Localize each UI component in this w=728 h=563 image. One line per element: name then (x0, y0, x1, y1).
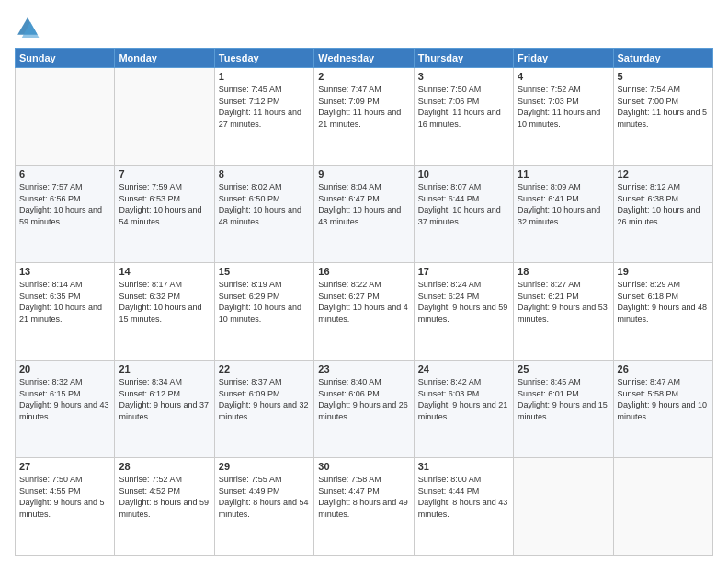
calendar-cell: 3Sunrise: 7:50 AMSunset: 7:06 PMDaylight… (414, 68, 513, 166)
calendar-cell (115, 68, 214, 166)
calendar-cell: 1Sunrise: 7:45 AMSunset: 7:12 PMDaylight… (214, 68, 313, 166)
calendar-cell: 5Sunrise: 7:54 AMSunset: 7:00 PMDaylight… (613, 68, 712, 166)
day-info: Sunrise: 8:24 AMSunset: 6:24 PMDaylight:… (418, 279, 509, 325)
calendar-cell: 27Sunrise: 7:50 AMSunset: 4:55 PMDayligh… (16, 458, 115, 556)
calendar-cell (16, 68, 115, 166)
day-info: Sunrise: 7:52 AMSunset: 4:52 PMDaylight:… (119, 474, 210, 520)
day-number: 22 (219, 363, 310, 374)
day-info: Sunrise: 8:09 AMSunset: 6:41 PMDaylight:… (518, 181, 609, 227)
day-info: Sunrise: 8:14 AMSunset: 6:35 PMDaylight:… (19, 279, 110, 325)
day-number: 5 (618, 71, 709, 82)
day-number: 12 (618, 168, 709, 179)
day-info: Sunrise: 8:22 AMSunset: 6:27 PMDaylight:… (318, 279, 409, 325)
day-number: 7 (119, 168, 210, 179)
day-number: 3 (418, 71, 509, 82)
calendar-cell (514, 458, 613, 556)
calendar-day-header: Wednesday (314, 49, 414, 68)
day-info: Sunrise: 8:42 AMSunset: 6:03 PMDaylight:… (418, 376, 509, 422)
day-info: Sunrise: 8:02 AMSunset: 6:50 PMDaylight:… (219, 181, 310, 227)
calendar-cell: 6Sunrise: 7:57 AMSunset: 6:56 PMDaylight… (16, 166, 115, 263)
calendar-cell: 25Sunrise: 8:45 AMSunset: 6:01 PMDayligh… (514, 361, 613, 458)
day-number: 25 (518, 363, 609, 374)
calendar-cell: 4Sunrise: 7:52 AMSunset: 7:03 PMDaylight… (514, 68, 613, 166)
calendar-cell: 31Sunrise: 8:00 AMSunset: 4:44 PMDayligh… (414, 458, 513, 556)
calendar-week-row: 1Sunrise: 7:45 AMSunset: 7:12 PMDaylight… (16, 68, 713, 166)
day-number: 10 (418, 168, 509, 179)
day-info: Sunrise: 8:32 AMSunset: 6:15 PMDaylight:… (19, 376, 110, 422)
day-info: Sunrise: 8:17 AMSunset: 6:32 PMDaylight:… (119, 279, 210, 325)
logo (15, 15, 44, 40)
calendar-week-row: 20Sunrise: 8:32 AMSunset: 6:15 PMDayligh… (16, 361, 713, 458)
calendar-cell: 28Sunrise: 7:52 AMSunset: 4:52 PMDayligh… (115, 458, 214, 556)
day-number: 31 (418, 461, 509, 472)
day-number: 14 (119, 266, 210, 277)
day-number: 20 (19, 363, 110, 374)
calendar-day-header: Friday (514, 49, 613, 68)
day-number: 8 (219, 168, 310, 179)
day-number: 9 (318, 168, 409, 179)
day-number: 1 (219, 71, 310, 82)
day-info: Sunrise: 7:47 AMSunset: 7:09 PMDaylight:… (318, 84, 409, 130)
calendar-cell: 26Sunrise: 8:47 AMSunset: 5:58 PMDayligh… (613, 361, 712, 458)
day-number: 16 (318, 266, 409, 277)
day-info: Sunrise: 8:19 AMSunset: 6:29 PMDaylight:… (219, 279, 310, 325)
page: SundayMondayTuesdayWednesdayThursdayFrid… (0, 0, 728, 563)
calendar-week-row: 6Sunrise: 7:57 AMSunset: 6:56 PMDaylight… (16, 166, 713, 263)
calendar-week-row: 13Sunrise: 8:14 AMSunset: 6:35 PMDayligh… (16, 263, 713, 361)
calendar-day-header: Monday (115, 49, 214, 68)
day-number: 23 (318, 363, 409, 374)
calendar-cell: 20Sunrise: 8:32 AMSunset: 6:15 PMDayligh… (16, 361, 115, 458)
day-number: 27 (19, 461, 110, 472)
calendar-cell: 29Sunrise: 7:55 AMSunset: 4:49 PMDayligh… (214, 458, 313, 556)
day-info: Sunrise: 7:57 AMSunset: 6:56 PMDaylight:… (19, 181, 110, 227)
day-info: Sunrise: 8:47 AMSunset: 5:58 PMDaylight:… (618, 376, 709, 422)
day-info: Sunrise: 7:50 AMSunset: 7:06 PMDaylight:… (418, 84, 509, 130)
calendar-cell: 19Sunrise: 8:29 AMSunset: 6:18 PMDayligh… (613, 263, 712, 361)
calendar-cell (613, 458, 712, 556)
calendar-cell: 18Sunrise: 8:27 AMSunset: 6:21 PMDayligh… (514, 263, 613, 361)
day-info: Sunrise: 8:27 AMSunset: 6:21 PMDaylight:… (518, 279, 609, 325)
day-number: 18 (518, 266, 609, 277)
day-number: 17 (418, 266, 509, 277)
calendar-week-row: 27Sunrise: 7:50 AMSunset: 4:55 PMDayligh… (16, 458, 713, 556)
calendar-header-row: SundayMondayTuesdayWednesdayThursdayFrid… (16, 49, 713, 68)
calendar-cell: 11Sunrise: 8:09 AMSunset: 6:41 PMDayligh… (514, 166, 613, 263)
calendar-cell: 12Sunrise: 8:12 AMSunset: 6:38 PMDayligh… (613, 166, 712, 263)
calendar-cell: 17Sunrise: 8:24 AMSunset: 6:24 PMDayligh… (414, 263, 513, 361)
day-info: Sunrise: 7:52 AMSunset: 7:03 PMDaylight:… (518, 84, 609, 130)
day-info: Sunrise: 8:40 AMSunset: 6:06 PMDaylight:… (318, 376, 409, 422)
day-number: 21 (119, 363, 210, 374)
day-number: 6 (19, 168, 110, 179)
day-info: Sunrise: 8:00 AMSunset: 4:44 PMDaylight:… (418, 474, 509, 520)
day-number: 4 (518, 71, 609, 82)
calendar-cell: 23Sunrise: 8:40 AMSunset: 6:06 PMDayligh… (314, 361, 414, 458)
calendar-cell: 16Sunrise: 8:22 AMSunset: 6:27 PMDayligh… (314, 263, 414, 361)
day-info: Sunrise: 8:04 AMSunset: 6:47 PMDaylight:… (318, 181, 409, 227)
calendar-cell: 14Sunrise: 8:17 AMSunset: 6:32 PMDayligh… (115, 263, 214, 361)
day-info: Sunrise: 7:50 AMSunset: 4:55 PMDaylight:… (19, 474, 110, 520)
day-info: Sunrise: 8:12 AMSunset: 6:38 PMDaylight:… (618, 181, 709, 227)
day-number: 24 (418, 363, 509, 374)
day-number: 26 (618, 363, 709, 374)
calendar-cell: 10Sunrise: 8:07 AMSunset: 6:44 PMDayligh… (414, 166, 513, 263)
calendar-cell: 9Sunrise: 8:04 AMSunset: 6:47 PMDaylight… (314, 166, 414, 263)
calendar-cell: 7Sunrise: 7:59 AMSunset: 6:53 PMDaylight… (115, 166, 214, 263)
day-info: Sunrise: 8:29 AMSunset: 6:18 PMDaylight:… (618, 279, 709, 325)
calendar-cell: 2Sunrise: 7:47 AMSunset: 7:09 PMDaylight… (314, 68, 414, 166)
calendar-day-header: Thursday (414, 49, 513, 68)
day-number: 29 (219, 461, 310, 472)
day-info: Sunrise: 7:55 AMSunset: 4:49 PMDaylight:… (219, 474, 310, 520)
day-info: Sunrise: 8:34 AMSunset: 6:12 PMDaylight:… (119, 376, 210, 422)
header (15, 15, 713, 40)
day-info: Sunrise: 7:54 AMSunset: 7:00 PMDaylight:… (618, 84, 709, 130)
day-info: Sunrise: 8:07 AMSunset: 6:44 PMDaylight:… (418, 181, 509, 227)
calendar-cell: 13Sunrise: 8:14 AMSunset: 6:35 PMDayligh… (16, 263, 115, 361)
calendar-cell: 8Sunrise: 8:02 AMSunset: 6:50 PMDaylight… (214, 166, 313, 263)
calendar-day-header: Tuesday (214, 49, 313, 68)
day-number: 13 (19, 266, 110, 277)
logo-icon (15, 15, 40, 40)
day-info: Sunrise: 8:45 AMSunset: 6:01 PMDaylight:… (518, 376, 609, 422)
day-info: Sunrise: 7:58 AMSunset: 4:47 PMDaylight:… (318, 474, 409, 520)
day-number: 11 (518, 168, 609, 179)
calendar-day-header: Saturday (613, 49, 712, 68)
